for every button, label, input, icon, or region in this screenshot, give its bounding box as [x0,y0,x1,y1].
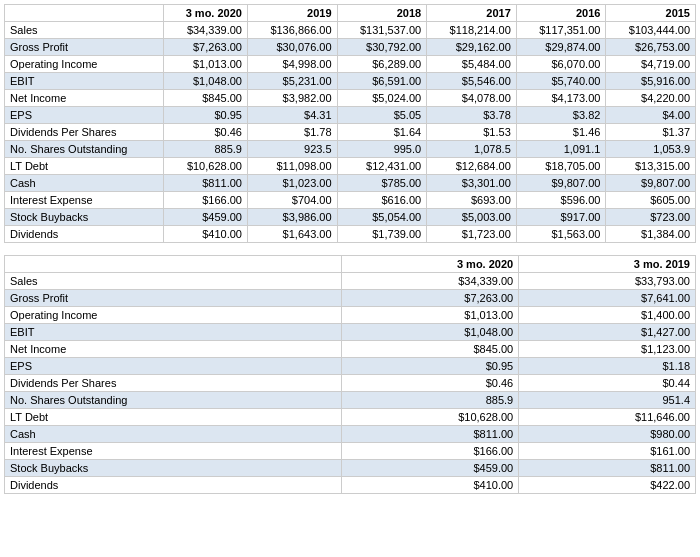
table1-row: Gross Profit$7,263.00$30,076.00$30,792.0… [5,39,696,56]
table1-row: Net Income$845.00$3,982.00$5,024.00$4,07… [5,90,696,107]
cell-value: $5,740.00 [516,73,606,90]
cell-value: $1,427.00 [519,324,696,341]
cell-value: $0.95 [342,358,519,375]
cell-value: $3,986.00 [247,209,337,226]
cell-value: $596.00 [516,192,606,209]
table2-col-header-0 [5,256,342,273]
cell-value: $12,431.00 [337,158,427,175]
table2-row: EPS$0.95$1.18 [5,358,696,375]
row-label: Cash [5,426,342,443]
row-label: Stock Buybacks [5,460,342,477]
cell-value: $1,013.00 [164,56,248,73]
cell-value: $1,123.00 [519,341,696,358]
row-label: Net Income [5,341,342,358]
cell-value: $723.00 [606,209,696,226]
cell-value: $0.46 [342,375,519,392]
cell-value: $5.05 [337,107,427,124]
cell-value: $136,866.00 [247,22,337,39]
cell-value: $4.31 [247,107,337,124]
table1-header-row: 3 mo. 202020192018201720162015 [5,5,696,22]
table1-row: Stock Buybacks$459.00$3,986.00$5,054.00$… [5,209,696,226]
table1-row: LT Debt$10,628.00$11,098.00$12,431.00$12… [5,158,696,175]
cell-value: $4,220.00 [606,90,696,107]
row-label: Gross Profit [5,290,342,307]
cell-value: $4,998.00 [247,56,337,73]
cell-value: $410.00 [342,477,519,494]
cell-value: $1,048.00 [164,73,248,90]
cell-value: $4,173.00 [516,90,606,107]
cell-value: $12,684.00 [427,158,517,175]
cell-value: $5,546.00 [427,73,517,90]
cell-value: $34,339.00 [164,22,248,39]
cell-value: $845.00 [164,90,248,107]
cell-value: $0.44 [519,375,696,392]
row-label: Dividends [5,226,164,243]
table1-col-header-4: 2017 [427,5,517,22]
cell-value: $1,739.00 [337,226,427,243]
cell-value: $33,793.00 [519,273,696,290]
cell-value: $29,874.00 [516,39,606,56]
cell-value: $1.18 [519,358,696,375]
cell-value: 951.4 [519,392,696,409]
row-label: Net Income [5,90,164,107]
table1-col-header-5: 2016 [516,5,606,22]
cell-value: $117,351.00 [516,22,606,39]
row-label: LT Debt [5,158,164,175]
table2-col-header-1: 3 mo. 2020 [342,256,519,273]
row-label: EPS [5,358,342,375]
cell-value: $4,719.00 [606,56,696,73]
cell-value: $4.00 [606,107,696,124]
cell-value: $1,023.00 [247,175,337,192]
row-label: Gross Profit [5,39,164,56]
table1-row: EBIT$1,048.00$5,231.00$6,591.00$5,546.00… [5,73,696,90]
cell-value: $1,384.00 [606,226,696,243]
cell-value: $422.00 [519,477,696,494]
cell-value: $166.00 [164,192,248,209]
row-label: EBIT [5,73,164,90]
cell-value: 1,078.5 [427,141,517,158]
cell-value: $5,484.00 [427,56,517,73]
row-label: Stock Buybacks [5,209,164,226]
cell-value: $34,339.00 [342,273,519,290]
cell-value: $30,792.00 [337,39,427,56]
cell-value: $7,641.00 [519,290,696,307]
cell-value: $5,024.00 [337,90,427,107]
cell-value: $811.00 [519,460,696,477]
cell-value: $5,003.00 [427,209,517,226]
cell-value: $7,263.00 [342,290,519,307]
cell-value: $11,646.00 [519,409,696,426]
row-label: EPS [5,107,164,124]
cell-value: 885.9 [342,392,519,409]
table2-row: Dividends$410.00$422.00 [5,477,696,494]
table1-col-header-3: 2018 [337,5,427,22]
cell-value: $3,982.00 [247,90,337,107]
row-label: EBIT [5,324,342,341]
cell-value: $131,537.00 [337,22,427,39]
cell-value: 923.5 [247,141,337,158]
cell-value: $1,723.00 [427,226,517,243]
cell-value: $3.82 [516,107,606,124]
table2-row: Operating Income$1,013.00$1,400.00 [5,307,696,324]
cell-value: $166.00 [342,443,519,460]
cell-value: 995.0 [337,141,427,158]
cell-value: $3.78 [427,107,517,124]
cell-value: 885.9 [164,141,248,158]
cell-value: $1,013.00 [342,307,519,324]
table1-col-header-2: 2019 [247,5,337,22]
row-label: Sales [5,273,342,290]
cell-value: $1.53 [427,124,517,141]
cell-value: $917.00 [516,209,606,226]
cell-value: $3,301.00 [427,175,517,192]
cell-value: $6,289.00 [337,56,427,73]
cell-value: $811.00 [164,175,248,192]
cell-value: $1.64 [337,124,427,141]
table1-row: Dividends Per Shares$0.46$1.78$1.64$1.53… [5,124,696,141]
cell-value: $161.00 [519,443,696,460]
cell-value: $410.00 [164,226,248,243]
row-label: Dividends Per Shares [5,375,342,392]
cell-value: $118,214.00 [427,22,517,39]
cell-value: 1,053.9 [606,141,696,158]
cell-value: $26,753.00 [606,39,696,56]
row-label: No. Shares Outstanding [5,392,342,409]
cell-value: $704.00 [247,192,337,209]
